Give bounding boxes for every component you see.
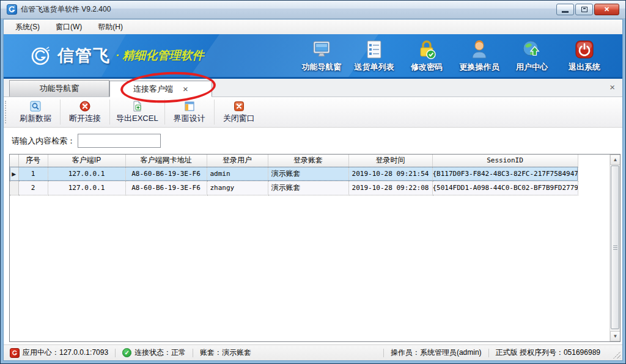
menu-window[interactable]: 窗口(W) bbox=[48, 20, 90, 34]
cell-time: 2019-10-28 09:22:08 bbox=[348, 181, 432, 195]
clients-grid: 序号 客户端IP 客户端网卡地址 登录用户 登录账套 登录时间 SessionI… bbox=[9, 154, 620, 342]
minimize-button[interactable] bbox=[556, 4, 574, 15]
cell-seq: 1 bbox=[18, 167, 48, 181]
cell-seq: 2 bbox=[18, 181, 48, 195]
check-circle-icon: ✓ bbox=[122, 348, 131, 357]
row-indicator bbox=[10, 181, 18, 195]
col-header-client-ip[interactable]: 客户端IP bbox=[48, 155, 125, 167]
refresh-data-button[interactable]: 刷新数据 bbox=[12, 97, 59, 127]
toolbar-grip[interactable] bbox=[5, 101, 11, 123]
minimize-icon bbox=[562, 11, 569, 13]
switch-operator-button[interactable]: 更换操作员 bbox=[455, 39, 504, 73]
maximize-icon bbox=[581, 7, 587, 12]
list-icon bbox=[364, 39, 385, 60]
menu-help[interactable]: 帮助(H) bbox=[90, 20, 131, 34]
banner-actions: 功能导航窗 修改密码 送货单列表 bbox=[297, 39, 622, 73]
export-excel-icon bbox=[131, 101, 142, 112]
disconnect-button[interactable]: 断开连接 bbox=[62, 97, 108, 127]
cell-mac: A8-60-B6-19-3E-F6 bbox=[125, 167, 207, 181]
nav-window-button[interactable]: 功能导航窗 bbox=[297, 39, 346, 73]
status-license: 正式版 授权序列号：051696989 bbox=[496, 348, 600, 358]
status-account: 账套：演示账套 bbox=[200, 348, 251, 358]
brand-slogan: · 精细化管理软件 bbox=[116, 48, 204, 64]
status-connection: ✓ 连接状态：正常 bbox=[122, 348, 186, 358]
brand-logo-icon bbox=[31, 45, 51, 66]
export-excel-button[interactable]: 导出EXCEL bbox=[111, 97, 163, 127]
scrollbar-thumb[interactable] bbox=[611, 166, 619, 329]
col-header-login-time[interactable]: 登录时间 bbox=[348, 155, 432, 167]
tab-close-icon[interactable]: × bbox=[183, 84, 188, 93]
table-header-row: 序号 客户端IP 客户端网卡地址 登录用户 登录账套 登录时间 SessionI… bbox=[10, 155, 578, 167]
tab-nav-window[interactable]: 功能导航窗 bbox=[9, 80, 109, 96]
tab-connected-clients[interactable]: 连接客户端 × bbox=[109, 81, 212, 97]
maximize-button[interactable] bbox=[575, 4, 593, 15]
ui-design-button[interactable]: 界面设计 bbox=[166, 97, 213, 127]
menu-system[interactable]: 系统(S) bbox=[7, 20, 48, 34]
tabstrip-close-icon[interactable]: × bbox=[609, 82, 615, 92]
banner: 信管飞 · 精细化管理软件 功能导航窗 bbox=[4, 34, 622, 79]
brand-mini-icon bbox=[10, 348, 20, 358]
scroll-up-icon[interactable]: ▲ bbox=[610, 155, 620, 165]
cell-sessionid: {5014FDD1-A098-44C0-BC02-BF7B9FD27795} bbox=[432, 181, 578, 195]
col-header-sessionid[interactable]: SessionID bbox=[432, 155, 578, 167]
change-password-button[interactable]: 修改密码 bbox=[402, 39, 451, 73]
table-area: 序号 客户端IP 客户端网卡地址 登录用户 登录账套 登录时间 SessionI… bbox=[4, 154, 622, 344]
scroll-down-icon[interactable]: ▼ bbox=[610, 331, 620, 341]
search-input[interactable] bbox=[78, 134, 161, 148]
status-separator bbox=[193, 349, 193, 357]
user-center-button[interactable]: 用户中心 bbox=[507, 39, 556, 73]
tab-strip: 功能导航窗 连接客户端 × × bbox=[4, 79, 622, 97]
ui-design-icon bbox=[184, 101, 195, 112]
close-window-icon bbox=[234, 101, 245, 112]
app-logo-icon bbox=[7, 4, 17, 15]
globe-icon bbox=[521, 39, 542, 60]
app-window: 信管飞送货单软件 V9.2.400 ✕ 系统(S) 窗口(W) 帮助(H) 信管… bbox=[0, 0, 626, 364]
status-separator bbox=[383, 349, 384, 357]
row-indicator: ▶ bbox=[10, 167, 18, 181]
search-label: 请输入内容检索： bbox=[12, 136, 75, 147]
brand-name: 信管飞 bbox=[57, 45, 111, 67]
delivery-list-button[interactable]: 修改密码 送货单列表 bbox=[350, 39, 399, 73]
toolbar: 刷新数据 断开连接 导出EXCEL bbox=[4, 97, 622, 128]
table-row[interactable]: 2 127.0.0.1 A8-60-B6-19-3E-F6 zhangy 演示账… bbox=[10, 181, 578, 195]
search-row: 请输入内容检索： bbox=[4, 128, 622, 154]
status-bar: 应用中心：127.0.0.1:7093 ✓ 连接状态：正常 账套：演示账套 操作… bbox=[4, 344, 622, 360]
cell-user: admin bbox=[207, 167, 268, 181]
toolbar-separator bbox=[109, 100, 110, 125]
cell-sessionid: {B117D0F3-F842-48C3-82FC-217F75849477} bbox=[432, 167, 578, 181]
col-header-login-user[interactable]: 登录用户 bbox=[207, 155, 268, 167]
close-button[interactable]: ✕ bbox=[594, 4, 619, 15]
col-header-seq[interactable]: 序号 bbox=[18, 155, 48, 167]
user-icon bbox=[469, 39, 490, 60]
toolbar-separator bbox=[214, 100, 215, 125]
cell-ip: 127.0.0.1 bbox=[48, 181, 125, 195]
status-separator bbox=[488, 349, 489, 357]
status-app-center: 应用中心：127.0.0.1:7093 bbox=[10, 348, 108, 358]
status-operator: 操作员：系统管理员(admin) bbox=[391, 348, 482, 358]
vertical-scrollbar[interactable]: ▲ ▼ bbox=[609, 155, 620, 341]
cell-ip: 127.0.0.1 bbox=[48, 167, 125, 181]
toolbar-separator bbox=[164, 100, 165, 125]
menu-bar: 系统(S) 窗口(W) 帮助(H) bbox=[4, 20, 622, 34]
disconnect-icon bbox=[79, 101, 90, 112]
toolbar-separator bbox=[60, 100, 61, 125]
col-header-account[interactable]: 登录账套 bbox=[268, 155, 348, 167]
row-indicator-header bbox=[10, 155, 18, 167]
title-bar: 信管飞送货单软件 V9.2.400 ✕ bbox=[1, 1, 625, 19]
refresh-icon bbox=[30, 101, 41, 112]
close-window-button[interactable]: 关闭窗口 bbox=[216, 97, 262, 127]
close-icon: ✕ bbox=[604, 5, 609, 13]
resize-grip[interactable] bbox=[613, 351, 620, 359]
cell-account: 演示账套 bbox=[268, 181, 348, 195]
window-title: 信管飞送货单软件 V9.2.400 bbox=[21, 4, 111, 15]
col-header-mac[interactable]: 客户端网卡地址 bbox=[125, 155, 207, 167]
table-row[interactable]: ▶ 1 127.0.0.1 A8-60-B6-19-3E-F6 admin 演示… bbox=[10, 167, 578, 181]
exit-system-button[interactable]: 退出系统 bbox=[560, 39, 609, 73]
cell-user: zhangy bbox=[207, 181, 268, 195]
power-icon bbox=[574, 39, 595, 60]
lock-icon bbox=[416, 39, 437, 60]
monitor-icon bbox=[311, 39, 332, 60]
cell-time: 2019-10-28 09:21:54 bbox=[348, 167, 432, 181]
cell-account: 演示账套 bbox=[268, 167, 348, 181]
status-separator bbox=[115, 349, 116, 357]
